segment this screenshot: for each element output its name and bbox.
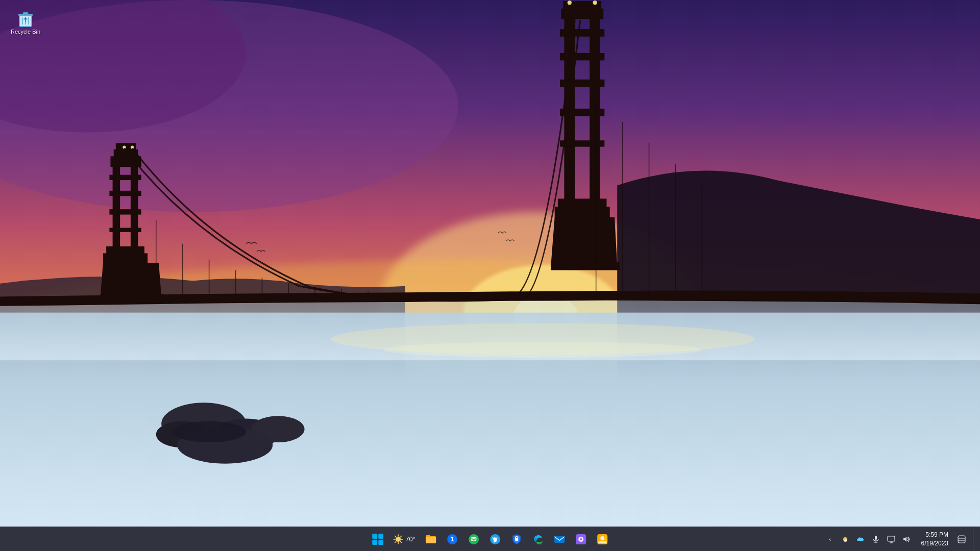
svg-line-81 xyxy=(395,536,396,537)
1password-button[interactable]: 1 xyxy=(442,529,462,549)
system-tray: ‹ xyxy=(823,532,914,546)
svg-rect-75 xyxy=(378,540,383,545)
svg-rect-71 xyxy=(23,12,28,14)
svg-rect-101 xyxy=(888,536,895,541)
svg-rect-16 xyxy=(109,228,141,232)
tray-display-icon[interactable] xyxy=(884,532,898,546)
svg-line-82 xyxy=(401,541,402,542)
recycle-bin-icon[interactable]: Recycle Bin xyxy=(5,5,46,38)
bitwarden-button[interactable] xyxy=(506,529,527,549)
edge-button[interactable] xyxy=(528,529,548,549)
desktop-icons: Recycle Bin xyxy=(0,0,51,43)
mail-button[interactable] xyxy=(549,529,570,549)
svg-rect-21 xyxy=(103,253,148,263)
weather-widget[interactable]: 70° xyxy=(389,532,420,546)
svg-point-76 xyxy=(396,537,401,542)
show-desktop-button[interactable] xyxy=(973,529,976,549)
wallpaper xyxy=(0,0,980,551)
spotify-button[interactable] xyxy=(463,529,484,549)
svg-rect-72 xyxy=(372,534,377,539)
clock-time: 5:59 PM xyxy=(925,531,948,539)
svg-rect-13 xyxy=(109,175,141,180)
tray-volume-icon[interactable] xyxy=(899,532,914,546)
svg-text:1: 1 xyxy=(450,536,454,543)
app2-button[interactable] xyxy=(592,529,612,549)
svg-point-65 xyxy=(172,421,246,443)
svg-point-37 xyxy=(568,1,572,5)
tray-cloud-icon[interactable] xyxy=(853,532,868,546)
clock[interactable]: 5:59 PM 6/19/2023 xyxy=(916,530,952,549)
svg-rect-28 xyxy=(560,53,604,61)
svg-point-38 xyxy=(593,1,597,5)
taskbar-center: 70° 1 xyxy=(368,529,612,549)
twitter-button[interactable] xyxy=(485,529,505,549)
svg-rect-98 xyxy=(875,536,877,540)
app1-button[interactable] xyxy=(571,529,591,549)
svg-rect-31 xyxy=(560,140,604,146)
svg-rect-32 xyxy=(561,9,603,19)
start-button[interactable] xyxy=(368,529,388,549)
svg-point-87 xyxy=(469,534,479,544)
svg-rect-91 xyxy=(554,536,565,543)
svg-rect-30 xyxy=(560,109,604,116)
svg-rect-104 xyxy=(958,536,965,543)
file-explorer-button[interactable] xyxy=(421,529,441,549)
tray-weather-icon[interactable] xyxy=(838,532,852,546)
tray-notification-icon[interactable] xyxy=(954,532,969,546)
svg-line-84 xyxy=(395,541,396,542)
tray-mic-icon[interactable] xyxy=(869,532,883,546)
svg-rect-10 xyxy=(0,297,980,361)
svg-rect-15 xyxy=(109,209,141,214)
svg-rect-27 xyxy=(560,29,604,37)
clock-date: 6/19/2023 xyxy=(921,539,948,548)
svg-point-94 xyxy=(580,538,582,540)
svg-rect-74 xyxy=(372,540,377,545)
svg-rect-73 xyxy=(378,534,383,539)
recycle-bin-label: Recycle Bin xyxy=(11,29,40,35)
tray-expand-button[interactable]: ‹ xyxy=(823,532,837,546)
svg-line-83 xyxy=(401,536,402,537)
svg-rect-20 xyxy=(106,246,144,255)
desktop: Recycle Bin xyxy=(0,0,980,551)
svg-point-96 xyxy=(600,536,604,540)
taskbar-right: ‹ xyxy=(823,529,976,549)
svg-rect-36 xyxy=(551,262,620,270)
svg-rect-14 xyxy=(109,191,141,196)
svg-rect-35 xyxy=(555,207,610,218)
taskbar: 70° 1 xyxy=(0,527,980,551)
weather-temp: 70° xyxy=(405,535,415,543)
